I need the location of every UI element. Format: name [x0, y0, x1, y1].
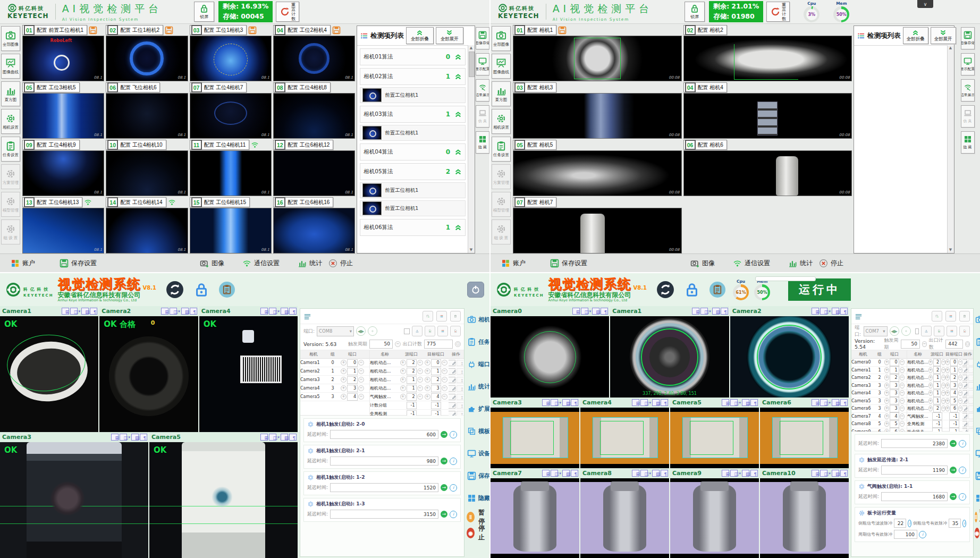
scrollbar-thumb[interactable]	[469, 52, 475, 77]
edit-button[interactable]	[962, 398, 967, 404]
algorithm-item[interactable]: 相机02算法1	[360, 68, 466, 85]
sidebar-item-相机设置[interactable]: 相机设置	[492, 109, 511, 134]
field-value[interactable]: 35	[949, 519, 961, 528]
camera-feed[interactable]	[730, 316, 849, 398]
apply-icon[interactable]: →	[950, 493, 957, 500]
reset-counter-button[interactable]: 重置计数	[276, 2, 299, 22]
edit-button[interactable]	[962, 359, 967, 366]
sidebar-item-图像曲线[interactable]: 图像曲线	[492, 54, 511, 79]
sidebar-item-全部图像[interactable]: 全部图像	[492, 26, 511, 51]
algorithm-item[interactable]: 相机06算法1	[360, 219, 466, 236]
algorithm-item[interactable]: 相机04算法0	[360, 143, 466, 160]
minus[interactable]: −	[442, 394, 447, 400]
checkbox[interactable]	[915, 328, 919, 334]
tools-icon[interactable]: ¶	[90, 308, 97, 315]
minus-stepper[interactable]: −	[922, 341, 927, 347]
upload-button[interactable]: ↥	[457, 402, 463, 409]
plus[interactable]: +	[400, 377, 406, 383]
upload-button[interactable]: ↥	[968, 359, 973, 366]
tools-icon[interactable]: ¶	[750, 470, 758, 477]
table-row[interactable]: 全局检测-1-1↥	[907, 420, 973, 428]
expand-all-button[interactable]: 全部展开	[931, 27, 956, 44]
field-value[interactable]: 22	[894, 519, 906, 528]
minus[interactable]: −	[958, 359, 962, 365]
sidebar-item-组 设 置[interactable]: 组 设 置	[492, 219, 511, 244]
strip-button-laptop[interactable]: 仿 真	[476, 105, 489, 128]
table-row[interactable]: 计数分组-1-1↥	[370, 401, 464, 410]
plus[interactable]: +	[945, 398, 950, 404]
apply-icon[interactable]: →	[950, 440, 957, 447]
camera-feed[interactable]: OK	[0, 316, 98, 432]
collapse-chevron-icon[interactable]	[454, 73, 462, 80]
table-row[interactable]: Camera21+1−	[300, 367, 369, 376]
upload-button[interactable]: ↥	[968, 382, 973, 388]
upload-button[interactable]: ↥	[968, 367, 973, 373]
camera-config-button[interactable]: 12配置 工位6相机12	[273, 140, 333, 150]
camera-config-button[interactable]: 06配置 相机6	[683, 140, 727, 150]
display-icon[interactable]: ▤	[131, 434, 139, 441]
fit-icon[interactable]: ⊞	[632, 470, 639, 477]
camera-feed[interactable]: 08.1	[190, 36, 272, 81]
sidebar-item-图像曲线[interactable]: 图像曲线	[1, 54, 20, 79]
display-icon[interactable]: ▤	[592, 308, 599, 315]
minus[interactable]: −	[941, 383, 945, 388]
table-row[interactable]: Camera10+0−	[300, 359, 369, 367]
camera-feed[interactable]	[670, 478, 759, 558]
fit-icon[interactable]: ⊞	[722, 470, 729, 477]
info-icon[interactable]: i	[959, 440, 966, 447]
sidebar-item-保存[interactable]: 保存	[974, 466, 980, 486]
edit-button[interactable]	[962, 405, 967, 412]
toolbar-statistics-button[interactable]: 统计	[294, 258, 325, 268]
sidebar-item-模板[interactable]: 模板	[974, 421, 980, 441]
fit-icon[interactable]: ⊞	[62, 308, 69, 315]
sidebar-item-端口[interactable]: 端口	[974, 354, 980, 374]
fit-icon[interactable]: ⊞	[542, 399, 550, 406]
remove-button[interactable]	[959, 326, 970, 336]
camera-thumb-item[interactable]: 前置工位相机1	[360, 87, 466, 103]
collapse-all-button[interactable]: 全部折叠	[903, 27, 928, 44]
minus-stepper[interactable]: −	[395, 341, 401, 347]
tools-icon[interactable]: ¶	[289, 308, 297, 315]
lock-screen-button[interactable]: 锁屏	[685, 2, 705, 22]
camera-feed[interactable]: 337, 292, 2.40, 3.80, 151	[610, 316, 729, 398]
edit-button[interactable]	[449, 377, 455, 383]
camera-config-button[interactable]: 02配置 工位1相机2	[106, 25, 163, 35]
plus[interactable]: +	[945, 390, 950, 396]
camera-config-button[interactable]: 09配置 工位4相机9	[22, 140, 80, 150]
fit-icon[interactable]: ⊞	[260, 434, 268, 441]
edit-button[interactable]	[449, 402, 455, 409]
toolbar-stop-button[interactable]: 停止	[325, 258, 356, 268]
scrollbar[interactable]: ▲▼	[468, 45, 475, 253]
minus[interactable]: −	[941, 405, 945, 411]
camera-feed[interactable]: OK	[149, 442, 298, 558]
plus[interactable]: +	[928, 359, 933, 365]
port-plus[interactable]: +	[341, 377, 347, 383]
stop-button[interactable]: ◉停止	[466, 526, 489, 540]
minus[interactable]: −	[958, 383, 962, 388]
plus[interactable]: +	[400, 385, 406, 391]
port-minus[interactable]: −	[900, 390, 905, 396]
clipboard-icon[interactable]	[219, 282, 235, 298]
apply-icon[interactable]: →	[441, 484, 447, 491]
delay-field[interactable]: 3150	[330, 510, 438, 519]
sidebar-item-全部图像[interactable]: 全部图像	[1, 26, 20, 51]
prev-next-button[interactable]: ◀▶	[356, 326, 366, 336]
sidebar-item-隐藏[interactable]: 隐藏	[466, 488, 489, 508]
snapshot-icon[interactable]: ◫	[730, 399, 738, 406]
snapshot-icon[interactable]: ◫	[551, 470, 558, 477]
table-row[interactable]: Camera43+3−	[851, 390, 907, 398]
info-icon[interactable]: i	[919, 531, 926, 538]
upload-button[interactable]: ↥	[457, 360, 463, 366]
sidebar-item-模型管理[interactable]: 模型管理	[492, 192, 511, 217]
counter-reset[interactable]: ○	[965, 341, 970, 347]
edit-button[interactable]	[449, 394, 455, 400]
sidebar-item-端口[interactable]: 端口	[466, 354, 489, 374]
snapshot-icon[interactable]: ◫	[820, 308, 827, 315]
port-minus[interactable]: −	[358, 394, 364, 400]
upload-button[interactable]: ↥	[968, 398, 973, 404]
table-row[interactable]: 相机动态...+1−+3−↥	[907, 382, 973, 390]
snapshot-icon[interactable]: ◫	[581, 308, 588, 315]
snapshot-icon[interactable]: ◫	[120, 434, 127, 441]
camera-config-button[interactable]: 03配置 相机3	[513, 82, 556, 92]
camera-feed[interactable]: 08.1	[106, 150, 188, 196]
